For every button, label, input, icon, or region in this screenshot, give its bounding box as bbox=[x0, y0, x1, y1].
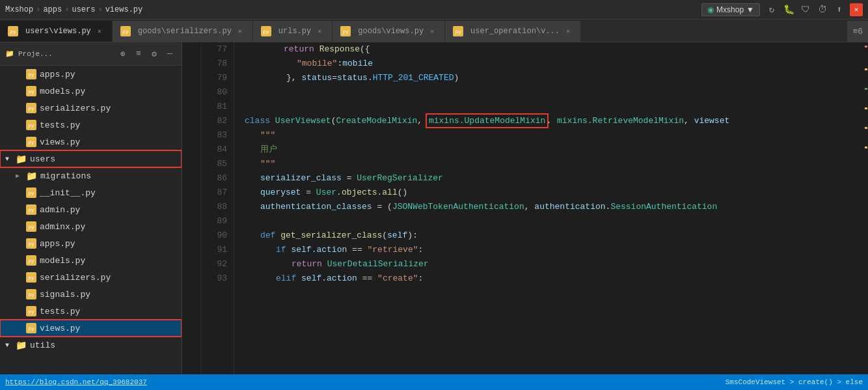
code-line-93: elif self.action == "create": bbox=[245, 272, 859, 286]
file-icon: py bbox=[261, 26, 271, 36]
file-name: apps.py bbox=[40, 70, 75, 79]
collapse-icon[interactable]: ≡ bbox=[132, 48, 145, 61]
file-name: views.py bbox=[40, 324, 80, 333]
tab-close-icon[interactable]: ✕ bbox=[563, 27, 573, 36]
scrollbar[interactable] bbox=[859, 42, 868, 374]
tab-label: user_operation\v... bbox=[470, 27, 560, 36]
tab-goods-views[interactable]: py goods\views.py ✕ bbox=[332, 21, 445, 42]
breadcrumb-status: SmsCodeViewset > create() > else bbox=[726, 378, 863, 386]
settings-icon[interactable]: ⚙ bbox=[148, 48, 161, 61]
sidebar-item-migrations-folder[interactable]: ▶ 📁 migrations bbox=[0, 167, 182, 184]
file-icon: py bbox=[26, 103, 36, 113]
file-name: signals.py bbox=[40, 290, 90, 299]
file-name: __init__.py bbox=[40, 188, 96, 198]
sidebar-title-label: Proje... bbox=[18, 50, 53, 58]
code-line-87: queryset = User.objects.all() bbox=[245, 186, 859, 200]
sidebar-tree: py apps.py py models.py py serializers.p… bbox=[0, 66, 182, 374]
code-line-91: if self.action == "retrieve": bbox=[245, 243, 859, 257]
file-icon: py bbox=[26, 255, 36, 266]
sidebar-item-serializers-py-2[interactable]: py serializers.py bbox=[0, 269, 182, 286]
sidebar-item-models-py-2[interactable]: py models.py bbox=[0, 252, 182, 269]
tab-close-icon[interactable]: ✕ bbox=[95, 27, 104, 36]
sidebar-item-apps-py-2[interactable]: py apps.py bbox=[0, 235, 182, 252]
tab-close-icon[interactable]: ✕ bbox=[315, 27, 324, 36]
code-line-86: serializer_class = UserRegSerializer bbox=[245, 171, 859, 186]
file-name: serializers.py bbox=[40, 104, 111, 113]
code-line-90: def get_serializer_class(self): bbox=[245, 229, 859, 243]
tab-label: urls.py bbox=[278, 27, 311, 36]
sidebar-item-apps-py-1[interactable]: py apps.py bbox=[0, 66, 182, 83]
sidebar-item-tests-py-2[interactable]: py tests.py bbox=[0, 303, 182, 320]
status-link[interactable]: https://blog.csdn.net/qq_39682037 bbox=[5, 378, 147, 386]
file-name: tests.py bbox=[40, 120, 80, 130]
refresh-icon[interactable]: ↻ bbox=[765, 3, 778, 16]
brand-button[interactable]: ◉ Mxshop ▼ bbox=[701, 3, 760, 16]
file-icon: py bbox=[26, 306, 36, 316]
file-icon: py bbox=[26, 120, 36, 130]
code-line-82: class UserViewset(CreateModelMixin, mixi… bbox=[245, 114, 859, 128]
sidebar-item-utils-folder[interactable]: ▼ 📁 utils bbox=[0, 337, 182, 354]
tab-overflow-button[interactable]: ≡6 bbox=[847, 21, 868, 42]
code-area[interactable]: return Response({ "mobile":mobile }, sta… bbox=[234, 42, 859, 374]
deploy-icon[interactable]: ⬆ bbox=[833, 3, 846, 16]
code-line-85: """ bbox=[245, 157, 859, 171]
tab-label: goods\serializers.py bbox=[138, 27, 232, 36]
bug-icon[interactable]: 🐛 bbox=[782, 3, 795, 16]
scroll-error-marker bbox=[865, 46, 867, 48]
sidebar-item-admin-py[interactable]: py admin.py bbox=[0, 201, 182, 218]
file-name: models.py bbox=[40, 256, 85, 266]
add-file-icon[interactable]: ⊕ bbox=[116, 48, 129, 61]
title-bar-icons: ↻ 🐛 🛡 ⏱ ⬆ ✕ bbox=[765, 3, 863, 16]
file-icon: py bbox=[340, 26, 351, 36]
folder-name: users bbox=[30, 154, 55, 164]
scroll-info-marker bbox=[865, 88, 867, 90]
tab-close-icon[interactable]: ✕ bbox=[427, 27, 437, 36]
close-button[interactable]: ✕ bbox=[850, 3, 863, 16]
file-icon: py bbox=[26, 69, 36, 79]
shield-icon[interactable]: 🛡 bbox=[799, 3, 812, 16]
tab-users-views[interactable]: py users\views.py ✕ bbox=[0, 21, 113, 42]
sidebar-item-init-py[interactable]: py __init__.py bbox=[0, 184, 182, 201]
django-icon: ◉ bbox=[707, 5, 714, 14]
file-icon: py bbox=[26, 86, 36, 96]
expand-arrow-icon: ▶ bbox=[16, 172, 26, 180]
file-name: views.py bbox=[40, 137, 80, 147]
breadcrumb: Mxshop › apps › users › views.py bbox=[5, 5, 142, 14]
file-icon: py bbox=[26, 272, 36, 283]
sidebar-item-signals-py[interactable]: py signals.py bbox=[0, 286, 182, 303]
breadcrumb-mxshop: Mxshop bbox=[5, 5, 33, 14]
tab-user-operation[interactable]: py user_operation\v... ✕ bbox=[445, 21, 581, 42]
tab-close-icon[interactable]: ✕ bbox=[236, 27, 245, 36]
clock-icon[interactable]: ⏱ bbox=[816, 3, 829, 16]
file-icon: py bbox=[120, 26, 131, 36]
tab-bar: py users\views.py ✕ py goods\serializers… bbox=[0, 20, 868, 42]
file-icon: py bbox=[26, 204, 36, 215]
tab-urls[interactable]: py urls.py ✕ bbox=[253, 21, 332, 42]
code-line-79: }, status=status.HTTP_201_CREATED) bbox=[245, 71, 859, 85]
editor-area: 77 78 79 80 81 82 83 84 85 86 87 88 89 9… bbox=[182, 42, 868, 374]
folder-name: migrations bbox=[40, 171, 91, 181]
breadcrumb-users: users bbox=[72, 5, 95, 14]
brand-label: Mxshop bbox=[716, 5, 744, 14]
code-line-80 bbox=[245, 85, 859, 100]
sidebar: 📁 Proje... ⊕ ≡ ⚙ — py apps.py py models.… bbox=[0, 42, 182, 374]
sidebar-item-views-py-1[interactable]: py views.py bbox=[0, 133, 182, 150]
file-icon: py bbox=[453, 26, 463, 36]
folder-icon: 📁 bbox=[26, 171, 37, 182]
title-bar: Mxshop › apps › users › views.py ◉ Mxsho… bbox=[0, 0, 868, 20]
sidebar-item-users-folder[interactable]: ▼ 📁 users bbox=[0, 150, 182, 167]
minimize-icon[interactable]: — bbox=[163, 48, 176, 61]
file-icon: py bbox=[26, 221, 36, 232]
sidebar-item-adminx-py[interactable]: py adminx.py bbox=[0, 218, 182, 235]
scroll-warning-marker bbox=[865, 68, 867, 70]
overflow-label: ≡6 bbox=[852, 27, 863, 36]
code-line-84: 用户 bbox=[245, 143, 859, 157]
sidebar-item-serializers-py-1[interactable]: py serializers.py bbox=[0, 100, 182, 117]
scroll-warning-marker-2 bbox=[865, 107, 867, 109]
chevron-down-icon: ▼ bbox=[746, 5, 754, 14]
tab-goods-serializers[interactable]: py goods\serializers.py ✕ bbox=[113, 21, 253, 42]
sidebar-item-views-py-2[interactable]: py views.py bbox=[0, 320, 182, 337]
sidebar-item-tests-py-1[interactable]: py tests.py bbox=[0, 117, 182, 133]
code-line-77: return Response({ bbox=[245, 42, 859, 57]
sidebar-item-models-py-1[interactable]: py models.py bbox=[0, 83, 182, 100]
